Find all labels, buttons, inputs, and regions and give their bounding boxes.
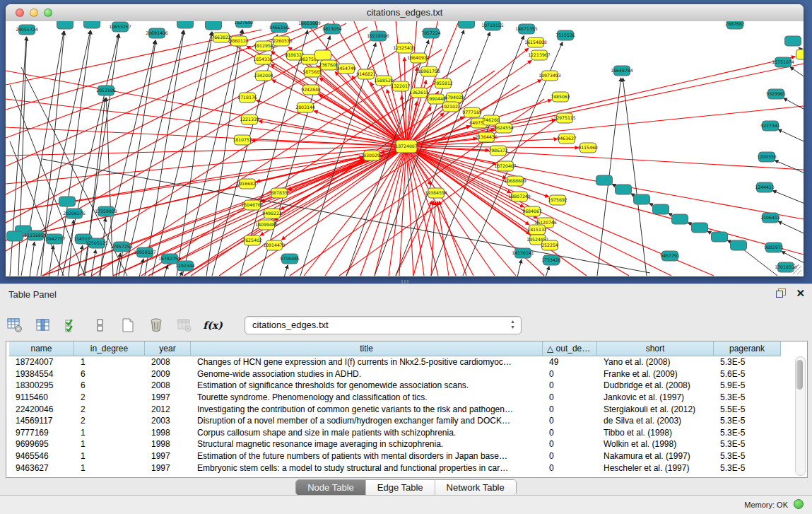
network-node[interactable]: 14671355 [515,24,538,34]
network-node[interactable]: 18640910 [407,53,430,63]
network-node[interactable]: 21364436 [475,132,498,142]
network-node[interactable]: 1209358 [757,152,777,162]
column-header-pagerank[interactable]: pagerank [714,341,781,356]
network-node[interactable] [7,231,23,241]
close-panel-icon[interactable]: ✕ [796,288,805,298]
network-node[interactable]: 7955812 [433,78,453,88]
network-node[interactable]: 1733426 [541,255,561,265]
network-node[interactable]: 252254 [541,240,558,250]
network-node[interactable]: 9892971 [764,243,784,252]
network-node[interactable]: 14136141 [512,248,534,258]
network-node[interactable]: 18300295 [360,151,383,160]
network-node[interactable] [692,223,708,233]
network-node[interactable]: 16154808 [524,37,547,47]
tab-node-table[interactable]: Node Table [296,480,366,495]
tab-network-table[interactable]: Network Table [435,480,516,495]
citation-network-graph[interactable]: 2405572410653257206914061527602846616016… [6,21,804,276]
network-node[interactable]: 2106413 [760,213,780,223]
network-node[interactable]: 9227341 [760,121,780,131]
window-titlebar[interactable]: citations_edges.txt [6,4,804,22]
table-row[interactable]: 977716911998Corpus callosum shape and si… [9,427,781,439]
network-node[interactable]: 1810753 [233,135,252,145]
network-node[interactable] [731,240,747,250]
column-header-title[interactable]: title [191,341,543,356]
table-vertical-scrollbar[interactable] [795,356,806,476]
network-node[interactable] [796,49,804,59]
network-node[interactable]: 15751074 [772,57,794,67]
network-node[interactable]: 2053106 [96,86,116,95]
network-node[interactable]: 17359928 [95,206,117,216]
network-node[interactable]: 9146821 [356,69,376,79]
network-node[interactable]: 1192344 [175,261,195,271]
network-node[interactable]: 1975692 [548,195,567,205]
network-node[interactable] [59,197,76,206]
column-header-out_de[interactable]: △ out_de… [543,341,597,356]
delete-column-icon[interactable] [147,316,165,334]
network-node[interactable]: 9777169 [462,107,482,117]
network-node[interactable]: 16961758 [418,66,440,76]
network-node[interactable] [616,185,632,194]
network-node[interactable]: 7986372 [488,146,508,156]
network-node[interactable]: 12325419 [393,43,416,53]
network-node[interactable]: 10719155 [481,21,504,30]
network-node[interactable]: 12975115 [553,113,576,123]
network-node[interactable]: 8454749 [336,64,356,74]
network-node[interactable] [206,21,222,30]
column-header-short[interactable]: short [597,341,714,356]
network-node[interactable]: 2342004 [254,71,273,81]
table-row[interactable]: 1938455462009Genome-wide association stu… [9,368,781,380]
network-node[interactable]: 6794028 [445,93,464,103]
network-node[interactable]: 10653257 [109,22,131,32]
network-node[interactable]: 1921022 [441,102,461,112]
network-node[interactable]: 7663822 [211,33,231,42]
network-node[interactable]: 9463627 [557,134,577,144]
network-node[interactable]: 17957255 [110,242,133,252]
network-node[interactable]: 1654338 [253,54,273,64]
network-node[interactable] [84,21,100,28]
network-node[interactable] [315,50,331,60]
table-row[interactable]: 2242004622012Investigating the contribut… [9,403,781,415]
network-node[interactable]: 7857224 [421,28,441,38]
network-node[interactable]: 16648784 [611,66,633,76]
network-node[interactable]: 9860128 [229,36,249,46]
network-node[interactable]: 18914479 [263,240,286,250]
network-node[interactable]: 12505125 [86,238,108,248]
network-node[interactable]: 18724007 [395,140,418,153]
network-node[interactable]: 9716485 [280,254,300,264]
network-node[interactable]: 19218506 [367,31,389,41]
table-row[interactable]: 1872400712008Changes of HCN gene express… [9,356,781,368]
network-node[interactable]: 1527602 [234,21,254,28]
table-row[interactable]: 911546021997Tourette syndrome. Phenomeno… [9,392,781,404]
network-node[interactable]: 8813054 [322,24,342,34]
network-node[interactable]: 12213967 [528,50,551,60]
network-node[interactable]: 1221339 [240,115,259,124]
network-node[interactable]: 1322017 [391,81,411,91]
tab-edge-table[interactable]: Edge Table [366,480,435,495]
network-node[interactable] [712,232,728,242]
table-row[interactable]: 1830029562008Estimation of significance … [9,380,781,392]
network-node[interactable]: 18720407 [494,161,517,171]
network-node[interactable]: 1244413 [755,182,775,192]
table-row[interactable]: 946362711997Embryonic stem cells: a mode… [9,462,781,474]
network-node[interactable] [459,21,475,28]
network-node[interactable]: 7515526 [555,30,575,40]
network-node[interactable]: 9684067 [522,206,542,216]
network-node[interactable]: 5912954 [254,41,273,51]
network-node[interactable] [634,194,650,204]
network-node[interactable]: 14099489 [255,220,278,230]
network-node[interactable]: 7485063 [551,92,570,102]
network-node[interactable]: 9115460 [578,143,598,153]
network-node[interactable]: 5875685 [302,67,322,77]
network-canvas[interactable]: 2405572410653257206914061527602846616016… [6,21,804,276]
table-row[interactable]: 946554611997Estimation of the future num… [9,450,781,462]
column-header-name[interactable]: name [9,341,74,356]
scrollbar-thumb[interactable] [796,360,803,390]
network-node[interactable]: 10973493 [539,71,561,81]
network-node[interactable] [177,21,194,28]
network-node[interactable] [672,214,688,224]
network-node[interactable]: 20206576 [63,209,86,218]
network-node[interactable]: 16053809 [298,21,321,28]
table-row[interactable]: 1456911722003Disruption of a novel membe… [9,415,781,427]
network-node[interactable]: 2687682 [725,21,745,29]
column-header-year[interactable]: year [145,341,191,356]
